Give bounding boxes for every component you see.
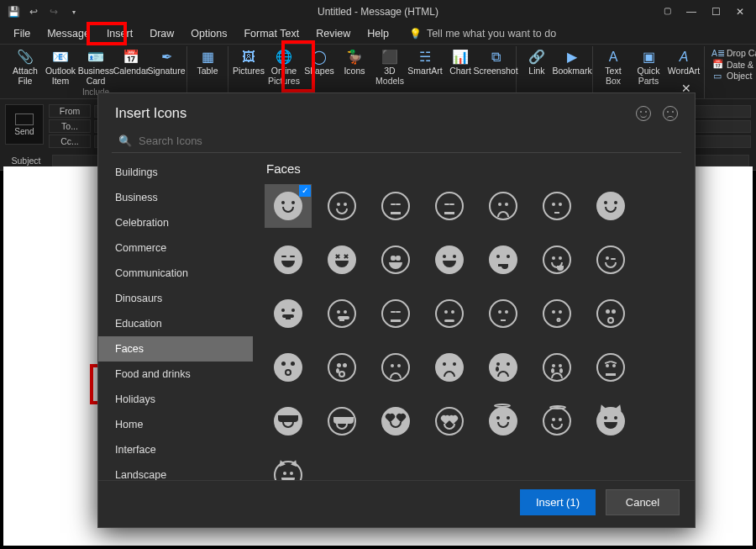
send-button[interactable]: Send [5, 104, 44, 145]
face-icon-14[interactable] [587, 238, 634, 282]
category-food-and-drinks[interactable]: Food and drinks [98, 362, 253, 387]
online-pictures-button[interactable]: 🌐Online Pictures [267, 46, 301, 86]
face-icon-11[interactable] [426, 238, 473, 282]
icons-button[interactable]: 🦆Icons [338, 46, 371, 86]
face-icon-1[interactable]: ✓ [265, 184, 312, 228]
face-icon-12[interactable] [480, 238, 527, 282]
face-icon-25[interactable] [426, 346, 473, 389]
face-icon-26[interactable] [480, 346, 527, 389]
chart-button[interactable]: 📊Chart [444, 46, 477, 86]
face-icon-27[interactable] [533, 346, 580, 389]
tab-message[interactable]: Message [39, 24, 98, 43]
smartart-button[interactable]: ☵SmartArt [408, 46, 442, 86]
qat-more-icon[interactable]: ▾ [67, 8, 81, 16]
screenshot-button[interactable]: ⧉Screenshot [479, 46, 512, 86]
face-icon-16[interactable] [318, 292, 365, 335]
maximize-icon[interactable]: ☐ [711, 6, 721, 18]
calendar-button[interactable]: 📅Calendar [114, 46, 148, 86]
category-holidays[interactable]: Holidays [98, 387, 253, 412]
category-buildings[interactable]: Buildings [98, 160, 253, 185]
face-icon-33[interactable] [480, 399, 527, 443]
dialog-close-icon[interactable]: ✕ [681, 82, 691, 95]
face-icon-24[interactable] [372, 346, 419, 389]
face-icon-19[interactable] [480, 292, 527, 335]
tab-file[interactable]: File [5, 24, 39, 43]
textbox-button[interactable]: AText Box [596, 46, 630, 86]
business-card-button[interactable]: 🪪Business Card [79, 46, 113, 86]
tab-format-text[interactable]: Format Text [235, 24, 307, 43]
face-icon-29[interactable] [265, 399, 312, 443]
face-icon-5[interactable] [480, 184, 527, 228]
face-icon-15[interactable] [265, 292, 312, 335]
icon-search-input[interactable] [139, 135, 675, 147]
datetime-button[interactable]: 📅Date & Time [711, 59, 756, 70]
category-celebration[interactable]: Celebration [98, 210, 253, 235]
face-icon-4[interactable] [426, 184, 473, 228]
bookmark-button[interactable]: ▶Bookmark [555, 46, 589, 77]
pictures-button[interactable]: 🖼Pictures [232, 46, 265, 86]
icon-search[interactable]: 🔍 [112, 129, 681, 153]
category-interface[interactable]: Interface [98, 437, 253, 462]
quickparts-button[interactable]: ▣Quick Parts [632, 46, 665, 86]
category-faces[interactable]: Faces [98, 336, 253, 362]
face-icon-17[interactable] [372, 292, 419, 335]
cc-label[interactable]: Cc... [49, 135, 91, 148]
signature-button[interactable]: ✒Signature [150, 46, 183, 86]
tab-insert[interactable]: Insert [98, 24, 141, 43]
object-button[interactable]: ▭Object [711, 71, 756, 81]
redo-icon[interactable]: ↪ [47, 6, 60, 18]
face-icon-30[interactable] [318, 399, 365, 443]
to-label[interactable]: To... [49, 119, 91, 133]
feedback-smile-icon[interactable] [636, 106, 651, 121]
attach-file-button[interactable]: 📎Attach File [8, 46, 42, 86]
from-label[interactable]: From [49, 104, 91, 118]
face-icon-35[interactable] [587, 399, 634, 443]
feedback-frown-icon[interactable] [663, 106, 678, 121]
tab-help[interactable]: Help [359, 24, 397, 43]
dropcap-button[interactable]: A≣Drop Cap [711, 48, 756, 58]
category-commerce[interactable]: Commerce [98, 235, 253, 261]
face-icon-31[interactable] [372, 399, 419, 443]
category-dinosaurs[interactable]: Dinosaurs [98, 286, 253, 311]
tab-draw[interactable]: Draw [141, 24, 182, 43]
tab-review[interactable]: Review [307, 24, 359, 43]
shapes-button[interactable]: ◯Shapes [302, 46, 336, 86]
face-icon-3[interactable] [372, 184, 419, 228]
tell-me[interactable]: Tell me what you want to do [427, 28, 556, 40]
face-icon-20[interactable] [533, 292, 580, 335]
insert-button[interactable]: Insert (1) [520, 489, 596, 515]
cancel-button[interactable]: Cancel [606, 489, 680, 515]
face-icon-13[interactable] [533, 238, 580, 282]
face-icon-2[interactable] [318, 184, 365, 228]
face-icon-9[interactable] [318, 238, 365, 282]
face-icon-36[interactable] [265, 453, 312, 480]
face-icon-23[interactable] [318, 346, 365, 389]
face-icon-10[interactable] [372, 238, 419, 282]
category-communication[interactable]: Communication [98, 261, 253, 286]
close-icon[interactable]: ✕ [736, 6, 744, 18]
face-icon-21[interactable] [587, 292, 634, 335]
save-icon[interactable]: 💾 [7, 6, 20, 18]
face-icon-28[interactable] [587, 346, 634, 389]
face-icon-22[interactable] [265, 346, 312, 389]
category-list[interactable]: BuildingsBusinessCelebrationCommerceComm… [98, 153, 253, 480]
undo-icon[interactable]: ↩ [27, 6, 40, 18]
category-business[interactable]: Business [98, 185, 253, 210]
face-icon-6[interactable] [533, 184, 580, 228]
face-icon-8[interactable] [265, 238, 312, 282]
minimize-icon[interactable]: ― [686, 6, 696, 18]
wordart-button[interactable]: AWordArt [667, 46, 701, 86]
ribbon-options-icon[interactable]: ▢ [664, 6, 671, 18]
outlook-item-button[interactable]: 📧Outlook Item [44, 46, 77, 86]
link-button[interactable]: 🔗Link [520, 46, 554, 77]
face-icon-32[interactable] [426, 399, 473, 443]
table-button[interactable]: ▦Table [191, 46, 224, 77]
face-icon-7[interactable] [587, 184, 634, 228]
face-icon-34[interactable] [533, 399, 580, 443]
3d-models-button[interactable]: ⬛3D Models [373, 46, 407, 86]
tab-options[interactable]: Options [182, 24, 235, 43]
face-icon-18[interactable] [426, 292, 473, 335]
category-education[interactable]: Education [98, 311, 253, 336]
category-landscape[interactable]: Landscape [98, 462, 253, 480]
category-home[interactable]: Home [98, 412, 253, 437]
